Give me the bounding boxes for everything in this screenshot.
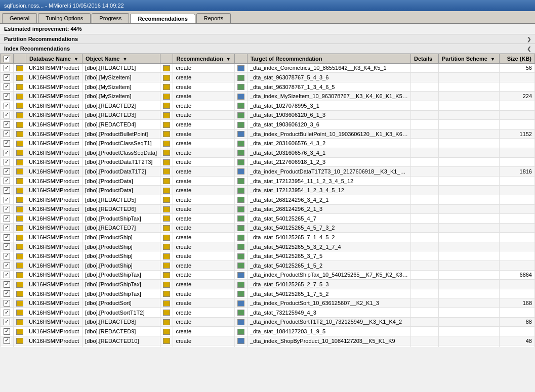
row-checkbox[interactable]: [4, 328, 10, 335]
row-size: [500, 327, 535, 336]
row-db-name: UK16HSMMProduct: [26, 327, 83, 336]
row-checkbox[interactable]: [4, 337, 10, 344]
row-checkbox[interactable]: [4, 206, 10, 212]
row-checkbox-cell[interactable]: [1, 139, 14, 148]
header-db-name[interactable]: Database Name ▼: [26, 54, 83, 64]
row-object-name: [dbo].[ProductDataT1T2]: [83, 167, 160, 177]
row-target: _dta_index_MySizeItem_10_963078767__K3_K…: [247, 92, 410, 101]
row-checkbox[interactable]: [4, 290, 10, 297]
tab-progress[interactable]: Progress: [92, 13, 129, 23]
row-db-name: UK16HSMMProduct: [26, 345, 83, 347]
row-checkbox[interactable]: [4, 243, 10, 250]
row-checkbox[interactable]: [4, 253, 10, 259]
row-checkbox[interactable]: [4, 272, 10, 278]
row-checkbox[interactable]: [4, 234, 10, 241]
row-checkbox-cell[interactable]: [1, 195, 14, 204]
header-check[interactable]: [1, 54, 14, 64]
row-obj-icon-cell: [160, 110, 173, 120]
row-checkbox-cell[interactable]: [1, 317, 14, 327]
stat-icon: [237, 112, 244, 118]
row-object-name: [dbo].[REDACTED10]: [83, 336, 160, 345]
row-checkbox-cell[interactable]: [1, 214, 14, 224]
row-checkbox[interactable]: [4, 65, 10, 71]
row-checkbox[interactable]: [4, 121, 10, 128]
row-checkbox[interactable]: [4, 103, 10, 109]
row-details: [411, 148, 439, 157]
row-target: _dta_stat_540125265_2_7_5_3: [247, 280, 410, 289]
row-checkbox[interactable]: [4, 83, 10, 90]
header-object-name[interactable]: Object Name ▼: [83, 54, 160, 64]
row-checkbox-cell[interactable]: [1, 261, 14, 271]
row-checkbox[interactable]: [4, 310, 10, 316]
row-checkbox-cell[interactable]: [1, 242, 14, 251]
row-checkbox[interactable]: [4, 263, 10, 269]
row-recommendation: create: [173, 129, 234, 139]
index-section-header[interactable]: Index Recommendations ❮: [0, 44, 535, 54]
database-icon: [16, 206, 23, 212]
row-checkbox[interactable]: [4, 74, 10, 81]
row-checkbox[interactable]: [4, 319, 10, 325]
row-checkbox-cell[interactable]: [1, 129, 14, 139]
select-all-checkbox[interactable]: [4, 56, 10, 62]
partition-section-header[interactable]: Partition Recommendations ❯: [0, 34, 535, 44]
row-target: _dta_stat_540125265_7_1_4_5_2: [247, 233, 410, 242]
row-checkbox-cell[interactable]: [1, 167, 14, 177]
row-db-icon-cell: [14, 167, 26, 177]
row-checkbox[interactable]: [4, 187, 10, 194]
row-partition-scheme: [439, 223, 500, 233]
row-checkbox[interactable]: [4, 197, 10, 203]
tab-tuning-options[interactable]: Tuning Options: [38, 13, 91, 23]
row-checkbox-cell[interactable]: [1, 233, 14, 242]
stat-icon: [237, 75, 244, 81]
row-recommendation: create: [173, 251, 234, 261]
row-checkbox-cell[interactable]: [1, 176, 14, 186]
row-checkbox[interactable]: [4, 112, 10, 118]
row-checkbox-cell[interactable]: [1, 148, 14, 157]
row-checkbox[interactable]: [4, 150, 10, 156]
row-details: [411, 120, 439, 129]
row-checkbox-cell[interactable]: [1, 73, 14, 82]
row-object-name: [dbo].[REDACTED7]: [83, 223, 160, 233]
row-target: _dta_stat_1903606120_6_1_3: [247, 110, 410, 120]
row-target: _dta_stat_1276127887_10_9: [247, 345, 410, 347]
row-checkbox-cell[interactable]: [1, 92, 14, 101]
row-checkbox[interactable]: [4, 225, 10, 231]
row-checkbox[interactable]: [4, 215, 10, 222]
row-checkbox-cell[interactable]: [1, 110, 14, 120]
row-checkbox-cell[interactable]: [1, 157, 14, 167]
row-checkbox-cell[interactable]: [1, 298, 14, 308]
row-checkbox-cell[interactable]: [1, 280, 14, 289]
row-checkbox-cell[interactable]: [1, 223, 14, 233]
row-checkbox[interactable]: [4, 159, 10, 165]
stat-icon: [237, 282, 244, 288]
stat-icon: [237, 215, 244, 222]
row-size: [500, 148, 535, 157]
header-recommendation[interactable]: Recommendation ▼: [173, 54, 234, 64]
row-checkbox[interactable]: [4, 300, 10, 307]
row-checkbox-cell[interactable]: [1, 308, 14, 318]
row-checkbox-cell[interactable]: [1, 63, 14, 73]
row-checkbox[interactable]: [4, 178, 10, 184]
row-checkbox[interactable]: [4, 140, 10, 147]
row-checkbox-cell[interactable]: [1, 82, 14, 92]
row-checkbox-cell[interactable]: [1, 327, 14, 336]
tab-recommendations[interactable]: Recommendations: [130, 14, 195, 23]
row-checkbox-cell[interactable]: [1, 101, 14, 110]
row-checkbox-cell[interactable]: [1, 251, 14, 261]
row-checkbox[interactable]: [4, 93, 10, 100]
row-checkbox-cell[interactable]: [1, 289, 14, 298]
tab-general[interactable]: General: [2, 13, 37, 23]
row-checkbox-cell[interactable]: [1, 336, 14, 345]
row-checkbox[interactable]: [4, 130, 10, 137]
row-checkbox-cell[interactable]: [1, 186, 14, 195]
row-checkbox-cell[interactable]: [1, 204, 14, 214]
row-recommendation: create: [173, 336, 234, 345]
row-checkbox-cell[interactable]: [1, 345, 14, 347]
header-partition[interactable]: Partition Scheme ▼: [439, 54, 500, 64]
row-checkbox[interactable]: [4, 281, 10, 288]
tab-reports[interactable]: Reports: [196, 13, 231, 23]
row-checkbox[interactable]: [4, 168, 10, 175]
row-checkbox-cell[interactable]: [1, 270, 14, 280]
row-db-icon-cell: [14, 345, 26, 347]
row-checkbox-cell[interactable]: [1, 120, 14, 129]
